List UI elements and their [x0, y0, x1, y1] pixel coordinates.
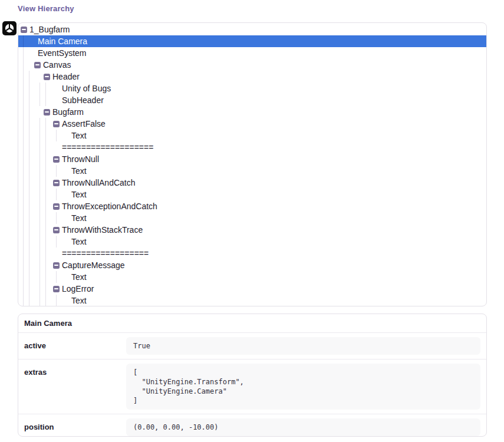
view-hierarchy-section: View Hierarchy 1_BugfarmMain CameraEvent…	[0, 0, 504, 442]
tree-node-label: ThrowExceptionAndCatch	[62, 202, 157, 211]
tree-node-bugfarm[interactable]: Bugfarm	[18, 106, 486, 118]
details-title: Main Camera	[18, 314, 486, 332]
tree-node-divider[interactable]: ==================	[18, 248, 486, 259]
tree-node-divider[interactable]: ===================	[18, 141, 486, 153]
tree-node-subheader[interactable]: SubHeader	[18, 94, 486, 106]
tree-node-eventsystem[interactable]: EventSystem	[18, 47, 486, 59]
detail-row-extras: extras[ "UnityEngine.Transform", "UnityE…	[18, 359, 486, 414]
indent-guide	[39, 224, 40, 236]
indent-guide	[45, 130, 46, 141]
indent-guide	[45, 259, 46, 271]
tree-node-assertfalse[interactable]: AssertFalse	[18, 118, 486, 130]
indent-guide	[23, 118, 24, 130]
collapse-minus-icon[interactable]	[21, 27, 27, 33]
tree-node-label: Text	[71, 237, 87, 246]
indent-guide	[23, 106, 24, 118]
tree-node-logerror[interactable]: LogError	[18, 283, 486, 295]
indent-guide	[39, 295, 40, 306]
tree-node-label: Text	[71, 272, 87, 282]
tree-node-label: Text	[71, 190, 87, 199]
indent-guide	[29, 94, 29, 106]
indent-guide	[45, 165, 46, 177]
node-details-panel: Main Camera activeTrueextras[ "UnityEngi…	[18, 314, 487, 437]
indent-guide	[29, 224, 29, 236]
indent-guide	[29, 271, 29, 283]
indent-guide	[23, 153, 24, 165]
details-rows: activeTrueextras[ "UnityEngine.Transform…	[18, 332, 486, 437]
tree-node-text[interactable]: Text	[18, 165, 486, 177]
view-hierarchy-title: View Hierarchy	[18, 4, 74, 13]
tree-node-throwexceptionandcatch[interactable]: ThrowExceptionAndCatch	[18, 200, 486, 212]
hierarchy-tree-panel: 1_BugfarmMain CameraEventSystemCanvasHea…	[18, 22, 487, 306]
indent-guide	[45, 248, 46, 259]
indent-guide	[45, 236, 46, 248]
indent-guide	[23, 141, 24, 153]
tree-node-text[interactable]: Text	[18, 212, 486, 224]
indent-guide	[23, 200, 24, 212]
indent-guide	[23, 189, 24, 200]
indent-guide	[29, 71, 29, 83]
tree-node-label: LogError	[62, 284, 94, 293]
indent-guide	[29, 106, 29, 118]
collapse-minus-icon[interactable]	[53, 227, 60, 233]
indent-guide	[45, 141, 46, 153]
indent-guide	[29, 118, 29, 130]
tree-node-label: ==================	[62, 249, 149, 258]
collapse-minus-icon[interactable]	[34, 62, 41, 68]
indent-guide	[39, 200, 40, 212]
tree-node-thrownullandcatch[interactable]: ThrowNullAndCatch	[18, 177, 486, 189]
tree-node-thrownull[interactable]: ThrowNull	[18, 153, 486, 165]
tree-node-main-camera[interactable]: Main Camera	[18, 35, 486, 47]
indent-guide	[29, 200, 29, 212]
collapse-minus-icon[interactable]	[53, 262, 60, 269]
collapse-minus-icon[interactable]	[53, 203, 60, 210]
tree-node-throwwithstacktrace[interactable]: ThrowWithStackTrace	[18, 224, 486, 236]
indent-guide	[39, 189, 40, 200]
tree-node-label: Main Camera	[38, 37, 87, 46]
tree-node-label: Bugfarm	[52, 107, 84, 117]
indent-guide	[29, 259, 29, 271]
tree-node-text[interactable]: Text	[18, 189, 486, 200]
tree-node-label: Canvas	[43, 60, 71, 70]
tree-node-text[interactable]: Text	[18, 295, 486, 306]
tree-node-1-bugfarm[interactable]: 1_Bugfarm	[18, 24, 486, 35]
collapse-minus-icon[interactable]	[44, 109, 50, 116]
collapse-minus-icon[interactable]	[44, 74, 50, 80]
indent-guide	[45, 153, 46, 165]
tree-node-canvas[interactable]: Canvas	[18, 59, 486, 71]
indent-guide	[45, 283, 46, 295]
tree-node-label: Unity of Bugs	[62, 84, 111, 93]
indent-guide	[39, 153, 40, 165]
indent-guide	[39, 130, 40, 141]
tree-node-text[interactable]: Text	[18, 236, 486, 248]
indent-guide	[56, 271, 57, 283]
indent-guide	[39, 177, 40, 189]
collapse-minus-icon[interactable]	[53, 286, 60, 292]
collapse-minus-icon[interactable]	[53, 121, 60, 127]
tree-node-label: Header	[52, 72, 80, 81]
indent-guide	[39, 248, 40, 259]
tree-node-capturemessage[interactable]: CaptureMessage	[18, 259, 486, 271]
indent-guide	[45, 177, 46, 189]
indent-guide	[45, 118, 46, 130]
tree-node-label: Text	[71, 131, 87, 140]
collapse-minus-icon[interactable]	[53, 156, 60, 163]
indent-guide	[45, 212, 46, 224]
indent-guide	[39, 212, 40, 224]
tree-node-label: Text	[71, 166, 87, 176]
indent-guide	[45, 200, 46, 212]
tree-node-unity-of-bugs[interactable]: Unity of Bugs	[18, 83, 486, 94]
indent-guide	[23, 94, 24, 106]
tree-node-header[interactable]: Header	[18, 71, 486, 83]
tree-node-text[interactable]: Text	[18, 130, 486, 141]
indent-guide	[29, 153, 29, 165]
detail-row-active: activeTrue	[18, 332, 486, 359]
indent-guide	[23, 283, 24, 295]
tree-node-text[interactable]: Text	[18, 271, 486, 283]
indent-guide	[45, 83, 46, 94]
detail-row-position: position(0.00, 0.00, -10.00)	[18, 414, 486, 437]
collapse-minus-icon[interactable]	[53, 180, 60, 186]
indent-guide	[29, 295, 29, 306]
indent-guide	[23, 59, 24, 71]
tree-node-label: AssertFalse	[62, 119, 106, 128]
